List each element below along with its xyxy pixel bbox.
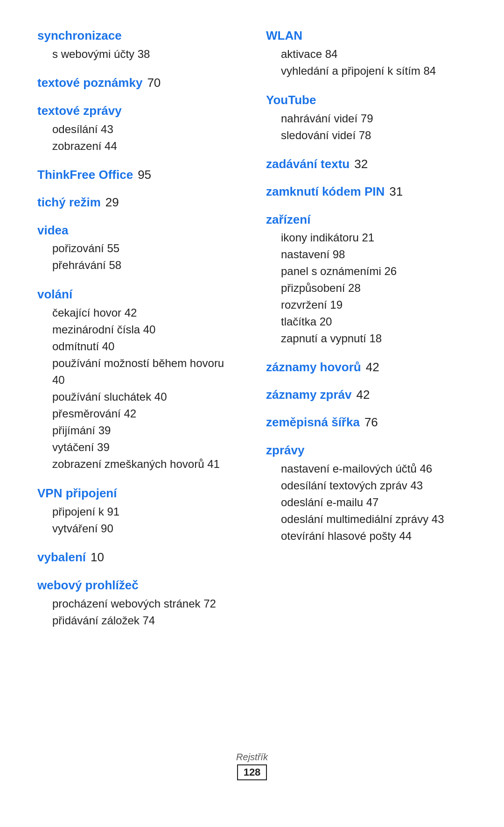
index-subitem: vytáčení 39 [52,439,238,456]
index-subitem: ikony indikátoru 21 [281,229,467,246]
index-heading: synchronizace [37,28,238,44]
index-heading: zprávy [266,443,467,459]
index-heading-text: tichý režim [37,195,101,209]
index-subitem: rozvržení 19 [281,297,467,313]
index-page-number: 76 [364,415,378,429]
index-subitem: čekající hovor 42 [52,304,238,321]
index-heading-text: zeměpisná šířka [266,415,360,429]
index-heading-with-number: zamknutí kódem PIN31 [266,184,467,199]
index-page-number: 70 [147,76,161,90]
index-subitem: sledování videí 78 [281,127,467,144]
index-heading-with-number: záznamy hovorů42 [266,360,467,375]
footer-label: Rejstřík [37,752,467,763]
index-page-number: 31 [389,184,403,198]
index-heading-with-number: tichý režim29 [37,195,238,210]
index-subitem: panel s oznámeními 26 [281,263,467,280]
index-subitem: přijímání 39 [52,422,238,439]
index-subitem: zobrazení 44 [52,138,238,155]
index-heading: VPN připojení [37,486,238,502]
index-page-number: 32 [354,157,368,171]
index-subitem: používání sluchátek 40 [52,389,238,405]
index-subitem: odeslání e-mailu 47 [281,494,467,511]
index-heading-text: ThinkFree Office [37,168,133,182]
index-heading-text: záznamy zpráv [266,388,352,402]
index-heading-with-number: zadávání textu32 [266,157,467,171]
right-column: WLANaktivace 84vyhledání a připojení k s… [257,28,467,724]
index-page-number: 95 [138,168,151,182]
index-heading: webový prohlížeč [37,578,238,594]
index-subitem: odesílání textových zpráv 43 [281,477,467,494]
index-subitem: nastavení e-mailových účtů 46 [281,460,467,477]
index-subitem: tlačítka 20 [281,313,467,330]
index-heading: WLAN [266,28,467,44]
index-subitem: připojení k 91 [52,503,238,520]
index-heading: videa [37,223,238,239]
index-subitem: odmítnutí 40 [52,338,238,355]
index-page-number: 42 [357,388,370,402]
index-heading-text: textové poznámky [37,76,142,90]
index-subitem: otevírání hlasové pošty 44 [281,528,467,544]
index-heading-with-number: vybalení10 [37,550,238,565]
index-subitem: nastavení 98 [281,246,467,263]
index-subitem: zobrazení zmeškaných hovorů 41 [52,456,238,473]
index-page-number: 29 [105,195,119,209]
index-subitem: odesílání 43 [52,121,238,138]
index-heading: YouTube [266,92,467,108]
index-subitem: nahrávání videí 79 [281,110,467,127]
left-column: synchronizaces webovými účty 38textové p… [37,28,257,724]
index-columns: synchronizaces webovými účty 38textové p… [37,28,467,724]
index-subitem: procházení webových stránek 72 [52,595,238,612]
index-heading-text: zadávání textu [266,157,350,171]
index-subitem: aktivace 84 [281,46,467,63]
index-subitem: zapnutí a vypnutí 18 [281,330,467,347]
index-heading: textové zprávy [37,103,238,119]
index-heading-text: vybalení [37,550,86,564]
index-subitem: vyhledání a připojení k sítím 84 [281,63,467,79]
index-heading-text: zamknutí kódem PIN [266,184,385,198]
index-subitem: mezinárodní čísla 40 [52,321,238,338]
index-subitem: přesměrování 42 [52,405,238,422]
footer-page-number: 128 [237,764,267,780]
index-heading: volání [37,287,238,303]
page: synchronizaces webovými účty 38textové p… [0,0,504,827]
index-subitem: přidávání záložek 74 [52,612,238,629]
index-subitem: přizpůsobení 28 [281,280,467,297]
index-subitem: přehrávání 58 [52,257,238,274]
index-heading-with-number: ThinkFree Office95 [37,168,238,182]
index-subitem: vytváření 90 [52,520,238,537]
index-page-number: 10 [91,550,104,564]
index-subitem: s webovými účty 38 [52,46,238,63]
index-page-number: 42 [366,360,379,374]
index-subitem: odeslání multimediální zprávy 43 [281,511,467,528]
index-heading-with-number: záznamy zpráv42 [266,388,467,402]
index-heading: zařízení [266,212,467,228]
index-heading-with-number: zeměpisná šířka76 [266,415,467,430]
index-heading-with-number: textové poznámky70 [37,76,238,90]
footer: Rejstřík 128 [37,752,467,790]
index-subitem: používání možností během hovoru 40 [52,355,238,389]
index-heading-text: záznamy hovorů [266,360,361,374]
index-subitem: pořizování 55 [52,240,238,257]
